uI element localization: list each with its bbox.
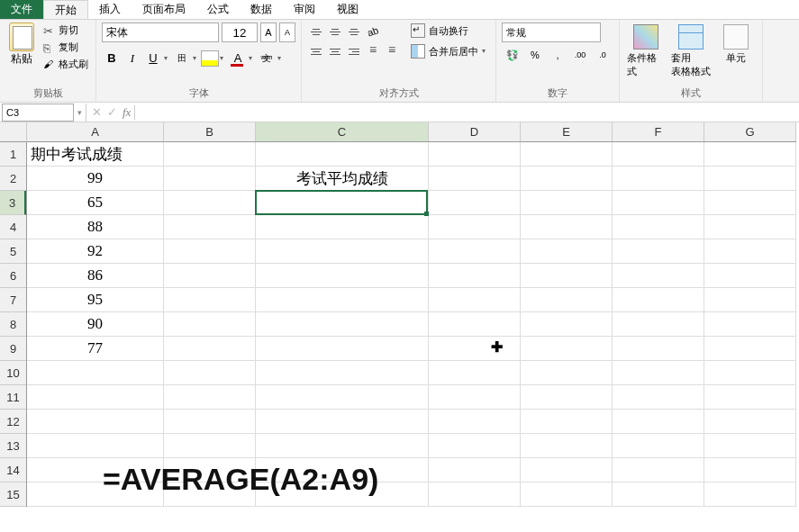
name-box[interactable] [2, 104, 74, 122]
cell-A11[interactable] [27, 385, 164, 410]
cell-F11[interactable] [613, 385, 704, 410]
paste-button[interactable]: 粘贴 [5, 23, 38, 67]
row-header-6[interactable]: 6 [0, 264, 26, 288]
column-header-B[interactable]: B [164, 122, 256, 141]
table-format-button[interactable]: 套用 表格格式 [670, 23, 712, 80]
select-all-corner[interactable] [0, 122, 27, 142]
row-header-9[interactable]: 9 [0, 337, 26, 361]
cell-C14[interactable] [256, 458, 429, 482]
row-header-11[interactable]: 11 [0, 385, 26, 410]
cell-F10[interactable] [613, 361, 704, 385]
cell-C12[interactable] [256, 410, 429, 434]
cell-D13[interactable] [429, 434, 521, 458]
cell-C3[interactable] [256, 191, 429, 215]
cell-F8[interactable] [613, 312, 704, 337]
tab-file[interactable]: 文件 [0, 0, 43, 19]
cell-D2[interactable] [429, 167, 521, 191]
align-middle-button[interactable] [326, 23, 344, 41]
cell-B3[interactable] [164, 191, 256, 215]
font-size-select[interactable] [222, 23, 258, 42]
cell-E9[interactable] [521, 337, 613, 361]
cell-D15[interactable] [429, 482, 521, 507]
cell-F7[interactable] [613, 288, 704, 312]
cell-F1[interactable] [613, 142, 704, 167]
cell-A14[interactable] [27, 458, 164, 482]
cell-E13[interactable] [521, 434, 613, 458]
cell-G14[interactable] [704, 458, 796, 482]
cell-D3[interactable] [429, 191, 521, 215]
cell-G8[interactable] [704, 312, 796, 337]
cell-A6[interactable]: 86 [27, 264, 164, 288]
merge-dropdown[interactable]: ▾ [482, 41, 489, 61]
row-header-14[interactable]: 14 [0, 458, 26, 482]
grow-font-button[interactable]: A [260, 23, 277, 42]
column-header-A[interactable]: A [27, 122, 164, 141]
number-format-select[interactable] [502, 23, 601, 42]
tab-page-layout[interactable]: 页面布局 [132, 0, 196, 19]
cell-B6[interactable] [164, 264, 256, 288]
row-header-2[interactable]: 2 [0, 167, 26, 191]
font-name-select[interactable] [102, 23, 219, 42]
italic-button[interactable]: I [123, 49, 142, 68]
border-button[interactable] [172, 49, 192, 68]
cell-A13[interactable] [27, 434, 164, 458]
cell-D14[interactable] [429, 458, 521, 482]
phonetic-dropdown[interactable]: ▾ [277, 49, 285, 68]
cut-button[interactable]: 剪切 [41, 23, 90, 38]
cell-F9[interactable] [613, 337, 704, 361]
tab-review[interactable]: 审阅 [283, 0, 326, 19]
cell-C9[interactable] [256, 337, 429, 361]
cell-D12[interactable] [429, 410, 521, 434]
increase-indent-button[interactable] [383, 42, 401, 60]
column-header-F[interactable]: F [613, 122, 704, 141]
align-top-button[interactable] [307, 23, 325, 41]
decrease-indent-button[interactable] [364, 42, 382, 60]
fill-dropdown[interactable]: ▾ [220, 49, 227, 68]
cell-E5[interactable] [521, 239, 613, 264]
column-header-D[interactable]: D [429, 122, 521, 141]
cell-A2[interactable]: 99 [27, 167, 164, 191]
cell-D6[interactable] [429, 264, 521, 288]
cell-E11[interactable] [521, 385, 613, 410]
bold-button[interactable]: B [102, 49, 122, 68]
cell-E15[interactable] [521, 482, 613, 507]
cell-A4[interactable]: 88 [27, 215, 164, 239]
cell-B1[interactable] [164, 142, 256, 167]
cell-F6[interactable] [613, 264, 704, 288]
cell-C2[interactable]: 考试平均成绩 [256, 167, 429, 191]
cell-A8[interactable]: 90 [27, 312, 164, 337]
cell-D11[interactable] [429, 385, 521, 410]
cell-D1[interactable] [429, 142, 521, 167]
underline-button[interactable]: U [143, 49, 163, 68]
cell-A15[interactable] [27, 482, 164, 507]
cell-A9[interactable]: 77 [27, 337, 164, 361]
cell-F2[interactable] [613, 167, 704, 191]
cell-E2[interactable] [521, 167, 613, 191]
cell-B11[interactable] [164, 385, 256, 410]
row-header-13[interactable]: 13 [0, 434, 26, 458]
cell-A7[interactable]: 95 [27, 288, 164, 312]
cell-B2[interactable] [164, 167, 256, 191]
tab-insert[interactable]: 插入 [88, 0, 132, 19]
cell-B4[interactable] [164, 215, 256, 239]
cell-G4[interactable] [704, 215, 796, 239]
comma-button[interactable]: , [547, 45, 568, 65]
name-box-dropdown[interactable]: ▾ [74, 104, 86, 122]
fx-icon[interactable]: fx [123, 105, 135, 120]
underline-dropdown[interactable]: ▾ [164, 49, 171, 68]
cell-F15[interactable] [613, 482, 704, 507]
cell-G3[interactable] [704, 191, 796, 215]
cell-F5[interactable] [613, 239, 704, 264]
percent-button[interactable]: % [524, 45, 546, 65]
cancel-formula-button[interactable]: ✕ [92, 105, 102, 119]
fill-color-button[interactable] [201, 50, 219, 67]
cell-A10[interactable] [27, 361, 164, 385]
tab-formula[interactable]: 公式 [196, 0, 240, 19]
cell-D7[interactable] [429, 288, 521, 312]
cell-G13[interactable] [704, 434, 796, 458]
row-header-3[interactable]: 3 [0, 191, 26, 215]
row-header-8[interactable]: 8 [0, 312, 26, 337]
phonetic-button[interactable]: 文 [257, 49, 277, 68]
row-header-15[interactable]: 15 [0, 482, 26, 507]
font-color-dropdown[interactable]: ▾ [249, 49, 256, 68]
